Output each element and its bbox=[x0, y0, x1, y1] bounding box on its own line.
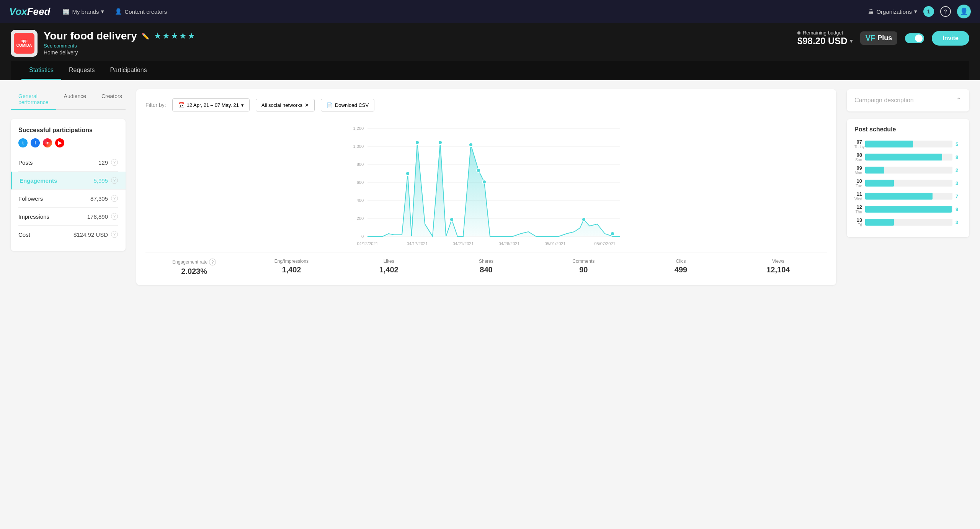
help-posts-icon[interactable]: ? bbox=[111, 159, 118, 166]
svg-text:04/17/2021: 04/17/2021 bbox=[407, 241, 428, 246]
chart-container: Filter by: 📅 12 Apr, 21 – 07 May. 21 ▾ A… bbox=[136, 89, 836, 285]
sched-bar-wrap-11 bbox=[865, 193, 952, 200]
stat-eng-imp-label: Eng/Impressions bbox=[243, 259, 340, 264]
svg-text:1,200: 1,200 bbox=[353, 126, 364, 131]
star-rating: ★★★★★ bbox=[154, 31, 196, 41]
stat-row-posts[interactable]: Posts 129 ? bbox=[18, 154, 118, 172]
help-impressions-icon[interactable]: ? bbox=[111, 213, 118, 220]
help-engagements-icon[interactable]: ? bbox=[111, 177, 118, 184]
svg-point-15 bbox=[406, 172, 410, 175]
chart-area: 1,200 1,000 800 600 400 200 0 bbox=[145, 121, 827, 252]
sched-bar-13 bbox=[865, 219, 894, 226]
stat-clicks-label: Clics bbox=[632, 259, 729, 264]
svg-point-20 bbox=[477, 169, 480, 172]
tab-participations[interactable]: Participations bbox=[103, 61, 155, 80]
hero-banner: appCOMIDA Your food delivery ✏️ ★★★★★ Se… bbox=[0, 23, 980, 80]
notification-badge[interactable]: 1 bbox=[923, 6, 934, 17]
svg-text:05/01/2021: 05/01/2021 bbox=[544, 241, 565, 246]
schedule-day-13: 13 Fri bbox=[854, 217, 862, 227]
calendar-icon: 📅 bbox=[178, 102, 185, 108]
stat-views-value: 12,104 bbox=[730, 265, 827, 274]
sched-bar-wrap-09 bbox=[865, 167, 952, 174]
budget-amount: $98.20 USD ▾ bbox=[797, 36, 853, 46]
sched-bar-09 bbox=[865, 167, 884, 174]
hero-text: Your food delivery ✏️ ★★★★★ See comments… bbox=[44, 30, 791, 56]
stats-card: Successful participations t f in ▶ Posts… bbox=[11, 119, 126, 251]
stat-row-followers[interactable]: Followers 87,305 ? bbox=[18, 190, 118, 208]
see-comments-link[interactable]: See comments bbox=[44, 43, 791, 49]
hero-subtitle: Home delivery bbox=[44, 49, 791, 56]
stat-label-cost: Cost bbox=[18, 231, 74, 238]
schedule-day-09: 09 Mon bbox=[854, 165, 862, 175]
schedule-row-07: 07 Today 5 bbox=[854, 139, 962, 149]
stat-shares: Shares 840 bbox=[438, 259, 535, 276]
help-followers-icon[interactable]: ? bbox=[111, 195, 118, 202]
plus-toggle[interactable] bbox=[905, 33, 924, 43]
stat-shares-value: 840 bbox=[438, 265, 535, 274]
sched-bar-11 bbox=[865, 193, 933, 200]
edit-icon[interactable]: ✏️ bbox=[142, 33, 149, 40]
avatar[interactable]: 👤 bbox=[957, 5, 971, 18]
tab-statistics[interactable]: Statistics bbox=[21, 61, 61, 80]
stat-likes-label: Likes bbox=[340, 259, 438, 264]
sched-count-07: 5 bbox=[956, 141, 962, 147]
help-cost-icon[interactable]: ? bbox=[111, 231, 118, 238]
youtube-icon[interactable]: ▶ bbox=[55, 138, 64, 147]
download-csv-button[interactable]: 📄 Download CSV bbox=[321, 99, 374, 111]
sched-count-11: 7 bbox=[956, 193, 962, 199]
hero-content: appCOMIDA Your food delivery ✏️ ★★★★★ Se… bbox=[11, 30, 969, 57]
sched-bar-wrap-10 bbox=[865, 180, 952, 187]
main-content: General performance Audience Creators Su… bbox=[0, 80, 980, 517]
help-icon[interactable]: ? bbox=[940, 6, 951, 17]
chevron-up-icon[interactable]: ⌃ bbox=[956, 96, 962, 105]
stat-clicks: Clics 499 bbox=[632, 259, 729, 276]
sched-label-10: Tue bbox=[854, 184, 862, 188]
schedule-day-07: 07 Today bbox=[854, 139, 862, 149]
schedule-day-10: 10 Tue bbox=[854, 178, 862, 188]
help-eng-rate[interactable]: ? bbox=[209, 259, 216, 265]
stat-value-posts: 129 bbox=[98, 159, 108, 166]
hero-title-row: Your food delivery ✏️ ★★★★★ bbox=[44, 30, 791, 42]
svg-point-21 bbox=[482, 180, 486, 184]
network-filter-button[interactable]: All social networks ✕ bbox=[256, 99, 315, 111]
sched-count-12: 9 bbox=[956, 206, 962, 212]
stat-value-impressions: 178,890 bbox=[87, 213, 108, 220]
svg-point-23 bbox=[611, 232, 614, 236]
stat-row-engagements[interactable]: Engagements 5,995 ? bbox=[11, 172, 126, 190]
stat-label-posts: Posts bbox=[18, 159, 98, 166]
brand-logo: appCOMIDA bbox=[11, 30, 38, 57]
tab-audience[interactable]: Audience bbox=[56, 89, 94, 110]
org-icon: 🏛 bbox=[868, 8, 874, 15]
nav-right: 🏛 Organizations ▾ 1 ? 👤 bbox=[868, 5, 971, 18]
sched-count-08: 8 bbox=[956, 154, 962, 160]
tab-general-performance[interactable]: General performance bbox=[11, 89, 56, 110]
buildings-icon: 🏢 bbox=[62, 8, 70, 15]
tab-requests[interactable]: Requests bbox=[61, 61, 103, 80]
invite-button[interactable]: Invite bbox=[932, 31, 969, 46]
download-icon: 📄 bbox=[327, 102, 333, 108]
svg-text:400: 400 bbox=[357, 198, 364, 203]
stat-comments: Comments 90 bbox=[535, 259, 632, 276]
date-filter-button[interactable]: 📅 12 Apr, 21 – 07 May. 21 ▾ bbox=[172, 98, 250, 111]
stat-row-cost[interactable]: Cost $124.92 USD ? bbox=[18, 226, 118, 243]
stat-likes: Likes 1,402 bbox=[340, 259, 438, 276]
left-panel: General performance Audience Creators Su… bbox=[11, 89, 126, 508]
nav-creators[interactable]: 👤 Content creators bbox=[115, 8, 167, 15]
logo: VoxFeed bbox=[9, 6, 50, 18]
budget-chevron[interactable]: ▾ bbox=[850, 38, 853, 44]
campaign-description: Campaign description ⌃ bbox=[847, 89, 969, 111]
twitter-icon[interactable]: t bbox=[18, 138, 28, 147]
schedule-day-11: 11 Wed bbox=[854, 191, 862, 201]
chart-filters: Filter by: 📅 12 Apr, 21 – 07 May. 21 ▾ A… bbox=[145, 98, 827, 111]
instagram-icon[interactable]: in bbox=[43, 138, 52, 147]
stat-engagement-rate: Engagement rate ? 2.023% bbox=[145, 259, 243, 276]
nav-brands[interactable]: 🏢 My brands ▾ bbox=[62, 8, 104, 15]
stat-label-followers: Followers bbox=[18, 195, 90, 202]
facebook-icon[interactable]: f bbox=[31, 138, 40, 147]
nav-organizations[interactable]: 🏛 Organizations ▾ bbox=[868, 8, 917, 15]
stat-eng-rate-value: 2.023% bbox=[145, 267, 243, 276]
stat-row-impressions[interactable]: Impressions 178,890 ? bbox=[18, 208, 118, 226]
tab-creators[interactable]: Creators bbox=[94, 89, 130, 110]
stat-comments-label: Comments bbox=[535, 259, 632, 264]
post-schedule: Post schedule 07 Today 5 08 Sun bbox=[847, 119, 969, 237]
